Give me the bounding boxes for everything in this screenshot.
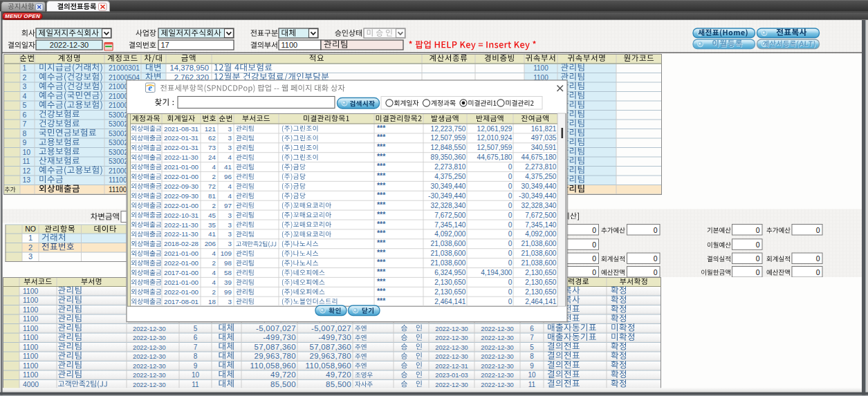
- svg-text:3: 3: [228, 211, 232, 219]
- svg-text:4,375,250: 4,375,250: [525, 173, 557, 180]
- svg-text:0: 0: [654, 268, 658, 276]
- svg-text:18: 18: [208, 298, 216, 305]
- svg-text:2022-12-30: 2022-12-30: [133, 372, 166, 379]
- svg-text:2022-12-30: 2022-12-30: [481, 334, 514, 341]
- svg-text:0: 0: [654, 226, 658, 234]
- svg-text:7,672,500: 7,672,500: [525, 211, 557, 219]
- svg-text:3: 3: [23, 82, 27, 91]
- svg-text:5: 5: [23, 101, 27, 109]
- svg-text:***: ***: [377, 258, 386, 266]
- svg-text:4: 4: [228, 192, 232, 200]
- svg-text:2022-01-00: 2022-01-00: [164, 259, 199, 267]
- svg-text:2022-11-30: 2022-11-30: [164, 221, 198, 229]
- svg-text:0: 0: [592, 268, 596, 276]
- svg-text:3: 3: [228, 240, 232, 247]
- svg-text:***: ***: [377, 267, 386, 276]
- svg-text:***: ***: [377, 152, 386, 160]
- svg-text:-499,730: -499,730: [263, 333, 296, 341]
- svg-text:0: 0: [508, 182, 513, 190]
- svg-text:85,500: 85,500: [326, 380, 351, 388]
- svg-text:21,038,600: 21,038,600: [431, 240, 466, 247]
- svg-text:2,273,810: 2,273,810: [434, 163, 466, 171]
- svg-text:32,328,340: 32,328,340: [431, 202, 466, 209]
- svg-text:2,130,650: 2,130,650: [525, 288, 557, 296]
- svg-text:***: ***: [377, 229, 386, 237]
- svg-text:49,720: 49,720: [270, 370, 296, 379]
- svg-text:1: 1: [28, 234, 33, 242]
- svg-text:7,672,500: 7,672,500: [434, 211, 466, 219]
- svg-text:7,345,140: 7,345,140: [525, 221, 557, 229]
- svg-text:2022-12-30: 2022-12-30: [133, 363, 166, 370]
- svg-text:0: 0: [508, 221, 513, 229]
- svg-text:57,087,360: 57,087,360: [254, 343, 296, 351]
- svg-text:9: 9: [194, 362, 198, 370]
- svg-text:0: 0: [592, 226, 596, 234]
- svg-text:44,675,180: 44,675,180: [521, 153, 557, 161]
- svg-text:0: 0: [508, 298, 513, 305]
- svg-text:***: ***: [377, 171, 386, 180]
- svg-text:1100: 1100: [281, 41, 298, 49]
- svg-text:3: 3: [28, 252, 33, 261]
- svg-text:1100: 1100: [23, 352, 38, 360]
- svg-text:2022-01-00: 2022-01-00: [164, 288, 199, 296]
- svg-text:7,345,140: 7,345,140: [434, 221, 466, 229]
- svg-text:2018-02-28: 2018-02-28: [164, 240, 199, 247]
- svg-text:21,038,600: 21,038,600: [431, 249, 466, 257]
- svg-text:1100: 1100: [23, 325, 38, 332]
- svg-text:6,324,950: 6,324,950: [434, 269, 466, 276]
- svg-text:21,038,600: 21,038,600: [521, 240, 557, 247]
- svg-text:0: 0: [508, 211, 513, 219]
- svg-text:2022-12-30: 2022-12-30: [481, 326, 514, 332]
- svg-text:2,273,810: 2,273,810: [525, 163, 557, 171]
- svg-text:7: 7: [194, 343, 198, 351]
- svg-text:85,500: 85,500: [270, 380, 296, 388]
- svg-text:4: 4: [228, 182, 232, 190]
- svg-text:0: 0: [756, 254, 760, 263]
- svg-text:2021-01-00: 2021-01-00: [164, 163, 199, 171]
- svg-text:0: 0: [816, 226, 820, 234]
- svg-text:2022-12-30: 2022-12-30: [481, 353, 514, 360]
- svg-text:2022-12-30: 2022-12-30: [435, 326, 468, 332]
- svg-text:2022-01-00: 2022-01-00: [164, 173, 199, 180]
- svg-text:97: 97: [224, 202, 232, 209]
- svg-text:4000: 4000: [23, 381, 39, 388]
- svg-text:1100: 1100: [533, 64, 548, 72]
- svg-text:12,507,959: 12,507,959: [477, 144, 513, 151]
- svg-text:-30,349,440: -30,349,440: [428, 192, 466, 200]
- svg-text:2022-01-00: 2022-01-00: [164, 202, 199, 209]
- svg-text:2: 2: [212, 173, 216, 180]
- svg-text:89,350,360: 89,350,360: [431, 153, 466, 161]
- svg-text:MENU OPEN: MENU OPEN: [5, 13, 40, 19]
- svg-text:4: 4: [228, 153, 232, 161]
- svg-text:1100: 1100: [23, 343, 38, 351]
- svg-text:2022-12-30: 2022-12-30: [133, 344, 166, 351]
- svg-text:0: 0: [508, 173, 513, 180]
- svg-text:2022-12-30: 2022-12-30: [133, 326, 166, 332]
- svg-text:13: 13: [23, 176, 31, 184]
- svg-text:1100: 1100: [23, 287, 38, 295]
- svg-text:6: 6: [23, 111, 27, 119]
- svg-text:10: 10: [192, 371, 200, 379]
- svg-text:2,464,141: 2,464,141: [525, 298, 557, 305]
- svg-text:9: 9: [530, 362, 534, 370]
- svg-text:0: 0: [654, 254, 658, 263]
- svg-text:1100: 1100: [23, 306, 38, 314]
- svg-text:7: 7: [530, 334, 534, 341]
- svg-text:4,375,250: 4,375,250: [434, 173, 466, 180]
- svg-text:7: 7: [23, 120, 27, 128]
- svg-text:12,848,550: 12,848,550: [431, 144, 466, 151]
- svg-text:2022-09-30: 2022-09-30: [164, 182, 199, 190]
- svg-text:11: 11: [528, 381, 536, 388]
- svg-text:12: 12: [23, 167, 31, 175]
- svg-text:0: 0: [592, 254, 596, 263]
- svg-text:2022-12-30: 2022-12-30: [481, 381, 514, 388]
- svg-text:2: 2: [23, 73, 27, 82]
- svg-text:12,061,929: 12,061,929: [477, 125, 513, 133]
- svg-text:12,507,959: 12,507,959: [431, 134, 466, 142]
- svg-text:497,035: 497,035: [531, 134, 557, 142]
- svg-text:9: 9: [23, 138, 27, 147]
- svg-text:12,223,750: 12,223,750: [431, 125, 466, 133]
- svg-text:21,038,600: 21,038,600: [521, 259, 557, 267]
- svg-text:5: 5: [194, 325, 198, 332]
- svg-text:***: ***: [377, 296, 386, 305]
